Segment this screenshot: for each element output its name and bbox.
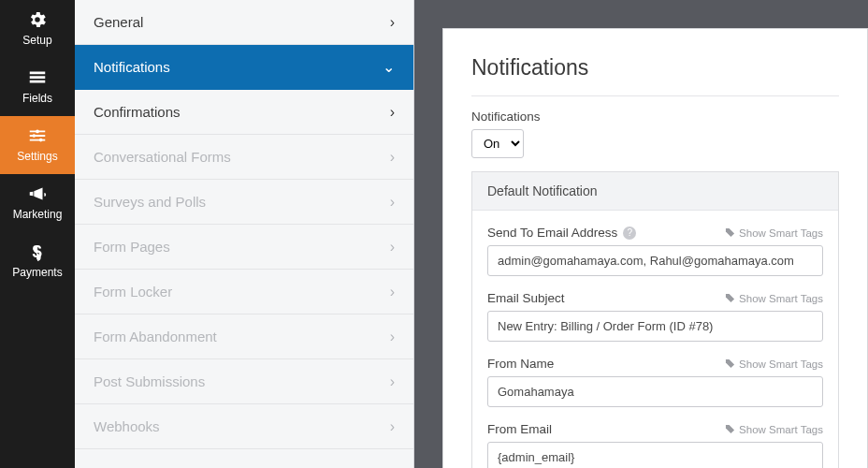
rail-item-payments[interactable]: $ Payments xyxy=(0,232,75,290)
sidebar-item-label: Webhooks xyxy=(94,418,160,434)
sidebar-item-webhooks[interactable]: Webhooks xyxy=(75,404,413,449)
rail-item-label: Payments xyxy=(12,266,62,279)
list-icon xyxy=(26,67,49,88)
notifications-toggle-select[interactable]: On xyxy=(471,129,524,158)
show-smart-tags-link[interactable]: Show Smart Tags xyxy=(725,358,823,370)
fieldset-title: Default Notification xyxy=(472,172,838,211)
from-email-input[interactable] xyxy=(487,442,823,468)
svg-point-2 xyxy=(39,139,43,142)
chevron-right-icon xyxy=(390,374,395,389)
chevron-down-icon: ⌄ xyxy=(383,60,395,75)
show-smart-tags-link[interactable]: Show Smart Tags xyxy=(725,293,823,304)
chevron-right-icon xyxy=(390,15,395,30)
rail-item-label: Marketing xyxy=(13,208,63,221)
sidebar-item-label: Surveys and Polls xyxy=(94,194,206,210)
field-from-name: From Name Show Smart Tags xyxy=(487,357,823,407)
svg-point-1 xyxy=(33,134,36,138)
sidebar-item-confirmations[interactable]: Confirmations xyxy=(75,90,413,135)
chevron-right-icon xyxy=(390,240,395,255)
left-rail: Setup Fields Settings Marketing $ Paymen… xyxy=(0,0,75,468)
svg-point-0 xyxy=(36,130,39,134)
notifications-panel: Notifications Notifications On Default N… xyxy=(442,28,868,468)
sidebar-item-label: General xyxy=(94,14,143,30)
sidebar-item-label: Confirmations xyxy=(94,104,181,120)
field-from-email: From Email Show Smart Tags xyxy=(487,422,823,468)
field-label: Email Subject xyxy=(487,291,565,305)
sidebar-item-form-pages[interactable]: Form Pages xyxy=(75,225,413,270)
main-area: Notifications Notifications On Default N… xyxy=(414,0,868,468)
sidebar-item-label: Form Abandonment xyxy=(94,329,217,344)
sidebar-item-label: Form Pages xyxy=(94,239,170,255)
sidebar-item-conversational-forms[interactable]: Conversational Forms xyxy=(75,135,413,180)
chevron-right-icon xyxy=(390,195,395,210)
sidebar-item-general[interactable]: General xyxy=(75,0,413,45)
notifications-toggle-block: Notifications On xyxy=(471,110,839,158)
field-email-subject: Email Subject Show Smart Tags xyxy=(487,291,823,342)
sidebar-item-form-locker[interactable]: Form Locker xyxy=(75,270,413,314)
email-subject-input[interactable] xyxy=(487,311,823,342)
from-name-input[interactable] xyxy=(487,376,823,407)
sidebar-item-label: Post Submissions xyxy=(94,373,205,389)
rail-item-fields[interactable]: Fields xyxy=(0,58,75,116)
svg-text:$: $ xyxy=(33,241,42,261)
gear-icon xyxy=(27,9,48,30)
dollar-icon: $ xyxy=(27,241,48,262)
show-smart-tags-link[interactable]: Show Smart Tags xyxy=(725,424,823,435)
chevron-right-icon xyxy=(390,150,395,165)
field-label: From Email xyxy=(487,422,552,436)
settings-sidebar: General Notifications ⌄ Confirmations Co… xyxy=(75,0,414,468)
rail-item-marketing[interactable]: Marketing xyxy=(0,174,75,232)
default-notification-fieldset: Default Notification Send To Email Addre… xyxy=(471,171,839,468)
sidebar-item-label: Conversational Forms xyxy=(94,149,231,165)
sidebar-item-form-abandonment[interactable]: Form Abandonment xyxy=(75,314,413,359)
page-title: Notifications xyxy=(471,55,839,96)
rail-item-label: Fields xyxy=(22,92,52,105)
rail-item-label: Setup xyxy=(22,34,51,47)
send-to-input[interactable] xyxy=(487,245,823,276)
show-smart-tags-link[interactable]: Show Smart Tags xyxy=(725,227,823,239)
sidebar-item-post-submissions[interactable]: Post Submissions xyxy=(75,359,413,404)
tag-icon xyxy=(725,227,735,238)
field-send-to: Send To Email Address ? Show Smart Tags xyxy=(487,226,823,276)
sliders-icon xyxy=(26,125,49,146)
megaphone-icon xyxy=(26,183,49,204)
chevron-right-icon xyxy=(390,105,395,120)
tag-icon xyxy=(725,358,735,369)
chevron-right-icon xyxy=(390,285,395,300)
tag-icon xyxy=(725,424,735,434)
sidebar-item-label: Form Locker xyxy=(94,284,172,300)
field-label: From Name xyxy=(487,357,554,371)
sidebar-item-label: Notifications xyxy=(94,59,170,75)
toggle-label: Notifications xyxy=(471,110,839,124)
rail-item-settings[interactable]: Settings xyxy=(0,116,75,174)
sidebar-item-surveys[interactable]: Surveys and Polls xyxy=(75,180,413,225)
chevron-right-icon xyxy=(390,419,395,434)
rail-item-setup[interactable]: Setup xyxy=(0,0,75,58)
chevron-right-icon xyxy=(390,329,395,344)
tag-icon xyxy=(725,293,735,303)
rail-item-label: Settings xyxy=(17,150,57,163)
field-label: Send To Email Address ? xyxy=(487,226,636,240)
sidebar-item-notifications[interactable]: Notifications ⌄ xyxy=(75,45,413,90)
help-icon[interactable]: ? xyxy=(623,227,636,240)
